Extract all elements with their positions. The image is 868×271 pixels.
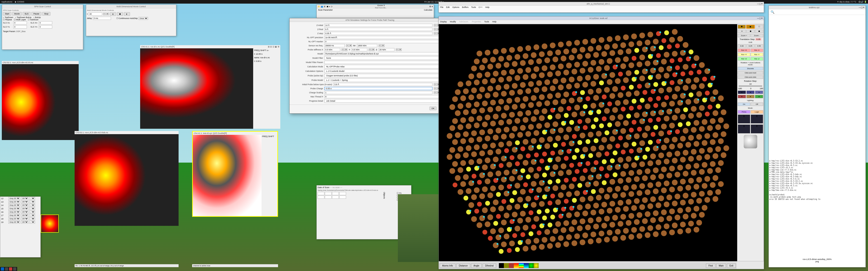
rot-slider[interactable] [739, 86, 762, 87]
files-icon[interactable] [5, 267, 8, 271]
plus-button[interactable]: + [106, 13, 109, 15]
charge-input[interactable] [324, 87, 432, 90]
rot-my[interactable]: Rot -Y [751, 53, 763, 56]
z-step-input[interactable] [324, 32, 432, 35]
axes-1[interactable]: ╋ [738, 114, 750, 124]
mode-click[interactable]: Click-and-click [738, 75, 763, 79]
mode-select[interactable]: Off [21, 204, 29, 207]
mode-discrete[interactable]: Discrete [738, 67, 763, 70]
search-icon[interactable]: 🔍 [771, 10, 774, 14]
distance-button[interactable]: Distance [456, 264, 470, 268]
ref-y1[interactable]: ☐ Y1 [397, 192, 401, 194]
once-select[interactable]: Once [138, 17, 148, 20]
min-icon[interactable]: — [859, 6, 861, 8]
dihedral-button[interactable]: Dihedral [483, 264, 496, 268]
ok-button[interactable]: OK [430, 107, 436, 110]
z-final-input[interactable] [324, 28, 432, 31]
src-select[interactable]: - [29, 217, 35, 220]
close-icon[interactable]: ✕ [761, 3, 763, 5]
disp-select[interactable]: Grey 2D [8, 204, 20, 207]
palette-fire[interactable] [514, 263, 519, 268]
menu-modify[interactable]: Modify [450, 21, 456, 23]
close-icon[interactable]: ✕ [761, 17, 763, 20]
progress-select[interactable]: Job Detail [324, 99, 450, 103]
nlopt-prec-input[interactable] [324, 36, 443, 39]
z-initial-input[interactable] [324, 24, 432, 27]
menu-file[interactable]: File [440, 6, 443, 8]
src-select[interactable]: - [29, 207, 35, 210]
light-off[interactable]: Off [751, 103, 763, 106]
sls-button[interactable]: SLS [23, 12, 31, 15]
src-select[interactable]: - [29, 200, 35, 203]
mode-select[interactable]: Off [21, 210, 29, 213]
exit-button[interactable]: Exit [727, 264, 736, 268]
disp-select[interactable]: Grey 2D [8, 221, 20, 224]
topdown-radio[interactable]: ○ TopDown [3, 16, 13, 19]
logic-button[interactable]: Logic [751, 110, 763, 113]
calc-mode-select[interactable]: NL-OPT/Probe relax [324, 65, 450, 68]
menu-advgeom[interactable]: AdvGeom. [459, 21, 469, 23]
menu-properties[interactable]: Properties [472, 21, 481, 23]
mode-hold[interactable]: Click-and-hold [738, 71, 763, 74]
palette-blue[interactable] [524, 263, 529, 268]
view-mode-5[interactable]: ⬢ [746, 30, 754, 33]
axes-3[interactable]: ╋ [738, 125, 750, 133]
ch3-thumbnail[interactable] [41, 214, 59, 233]
delay-input[interactable] [93, 17, 111, 20]
shade-5[interactable]: ● [746, 95, 754, 98]
probe-model-select[interactable]: L-J + Coulomb + Spring [324, 78, 450, 82]
menu-display[interactable]: Display [440, 21, 447, 23]
app-icon[interactable] [9, 267, 12, 271]
molecule-viewport[interactable] [439, 24, 737, 261]
shade-2[interactable]: ● [746, 91, 754, 94]
probe-tip-select[interactable]: Oxygen terminated probe (CO like) [324, 74, 450, 77]
view-mode-1[interactable]: ⬢ [738, 25, 746, 29]
filter-select[interactable]: None [324, 56, 450, 60]
settings-icon[interactable]: ⚙ ▾ [429, 5, 433, 8]
view-mode-3[interactable]: ⬡ [755, 25, 763, 29]
axes-2[interactable]: ╋ [751, 114, 763, 124]
palette-black[interactable] [499, 263, 504, 268]
menu-buffers[interactable]: Buffers [462, 6, 468, 8]
angle-button[interactable]: Angle [471, 264, 482, 268]
min-icon[interactable]: — [757, 17, 759, 20]
minus-button[interactable]: − [434, 24, 436, 27]
weather-indicator[interactable]: ☀ sky is clear, 7.7 °C [837, 1, 856, 3]
min-icon[interactable]: — [757, 3, 759, 5]
max-icon[interactable]: ▢ [759, 17, 761, 20]
trans-050[interactable]: 0.50 [755, 44, 763, 48]
mode-select[interactable]: Off [21, 214, 29, 217]
botup-radio[interactable]: ○ BotUp [33, 16, 41, 19]
sls-xs-input[interactable] [13, 21, 27, 24]
shade-1[interactable]: ● [738, 91, 746, 94]
current-app[interactable]: GXSM3 [17, 1, 24, 3]
axes-4[interactable]: ╋ [751, 125, 763, 133]
play-left-button[interactable]: ⏴ [110, 12, 116, 16]
max-icon[interactable]: ▢ [759, 3, 761, 5]
stop-button[interactable]: ⏹ [117, 12, 123, 16]
disp-select[interactable]: Grey 2D [8, 200, 20, 203]
mode-select[interactable]: Off [21, 221, 29, 224]
autodisp-check[interactable]: ☐ Continuous AutoDisp [116, 17, 138, 20]
trans-value[interactable]: 0.05 [755, 38, 761, 40]
sls-xn-input[interactable] [39, 21, 52, 24]
subscan-check[interactable]: ☐ SubScan [28, 19, 38, 21]
close-icon[interactable]: ✕ [863, 6, 865, 8]
mode-select[interactable]: Off [21, 207, 29, 210]
toolbar-icons[interactable]: 📁 👥 ⏸ ⏹ ▶ ⟳ [318, 5, 333, 8]
disp-select[interactable]: Grey 2D [8, 210, 20, 213]
rstep-value[interactable]: 10 [737, 83, 764, 85]
start-button[interactable]: Start [3, 12, 11, 15]
mode-select[interactable]: Off [21, 217, 29, 220]
rot-py[interactable]: Rot +Y [738, 53, 750, 56]
max-icon[interactable]: ▢ [861, 6, 863, 8]
main-button[interactable]: Main [716, 264, 726, 268]
src-select[interactable]: - [29, 221, 35, 224]
t-input[interactable] [89, 12, 102, 15]
menu-tools2[interactable]: Tools [485, 21, 489, 23]
apex-input[interactable] [333, 83, 432, 86]
prims-button[interactable]: Prims [738, 110, 750, 113]
palette-yellow-sphere[interactable] [534, 263, 539, 268]
rot-px[interactable]: Rot +X [738, 48, 750, 52]
rot-mz[interactable]: Rot -Z [751, 57, 763, 61]
